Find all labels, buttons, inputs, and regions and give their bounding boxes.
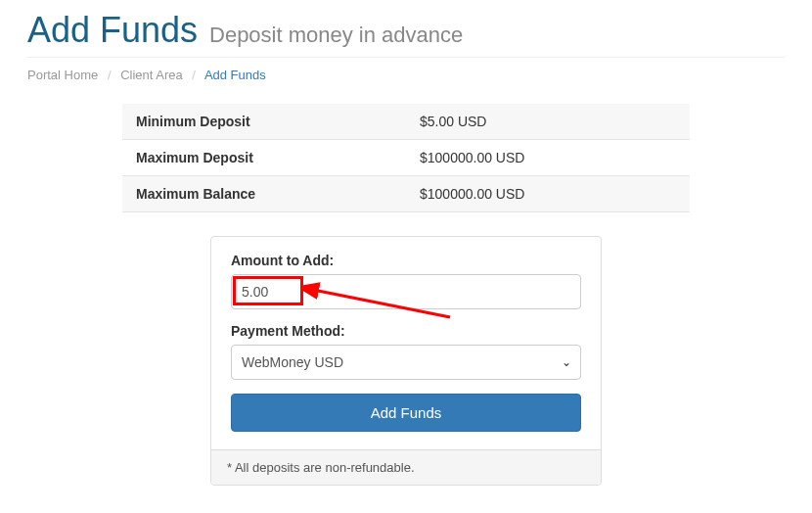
page-title: Add Funds: [27, 10, 198, 50]
panel-footer-note: * All deposits are non-refundable.: [211, 449, 601, 485]
payment-method-select[interactable]: WebMoney USD: [231, 345, 581, 380]
max-balance-value: $100000.00 USD: [406, 176, 690, 212]
max-deposit-label: Maximum Deposit: [122, 140, 406, 176]
table-row: Maximum Deposit $100000.00 USD: [122, 140, 690, 176]
add-funds-button[interactable]: Add Funds: [231, 394, 581, 432]
limits-table: Minimum Deposit $5.00 USD Maximum Deposi…: [122, 104, 690, 212]
page-header: Add Funds Deposit money in advance: [27, 10, 785, 58]
max-deposit-value: $100000.00 USD: [406, 140, 690, 176]
amount-label: Amount to Add:: [231, 253, 581, 268]
table-row: Minimum Deposit $5.00 USD: [122, 104, 690, 140]
max-balance-label: Maximum Balance: [122, 176, 406, 212]
amount-group: Amount to Add:: [231, 253, 581, 309]
method-label: Payment Method:: [231, 323, 581, 339]
min-deposit-value: $5.00 USD: [406, 104, 690, 140]
method-group: Payment Method: WebMoney USD ⌄: [231, 323, 581, 380]
page-subtitle: Deposit money in advance: [209, 23, 463, 47]
breadcrumb: Portal Home / Client Area / Add Funds: [27, 68, 785, 82]
breadcrumb-home[interactable]: Portal Home: [27, 68, 98, 82]
table-row: Maximum Balance $100000.00 USD: [122, 176, 690, 212]
panel-body: Amount to Add: Payment Method: WebMoney …: [211, 237, 601, 449]
min-deposit-label: Minimum Deposit: [122, 104, 406, 140]
breadcrumb-separator: /: [108, 68, 112, 82]
breadcrumb-current: Add Funds: [204, 68, 266, 82]
add-funds-panel: Amount to Add: Payment Method: WebMoney …: [210, 236, 602, 486]
breadcrumb-separator: /: [192, 68, 196, 82]
breadcrumb-client-area[interactable]: Client Area: [120, 68, 183, 82]
amount-input[interactable]: [231, 274, 581, 309]
